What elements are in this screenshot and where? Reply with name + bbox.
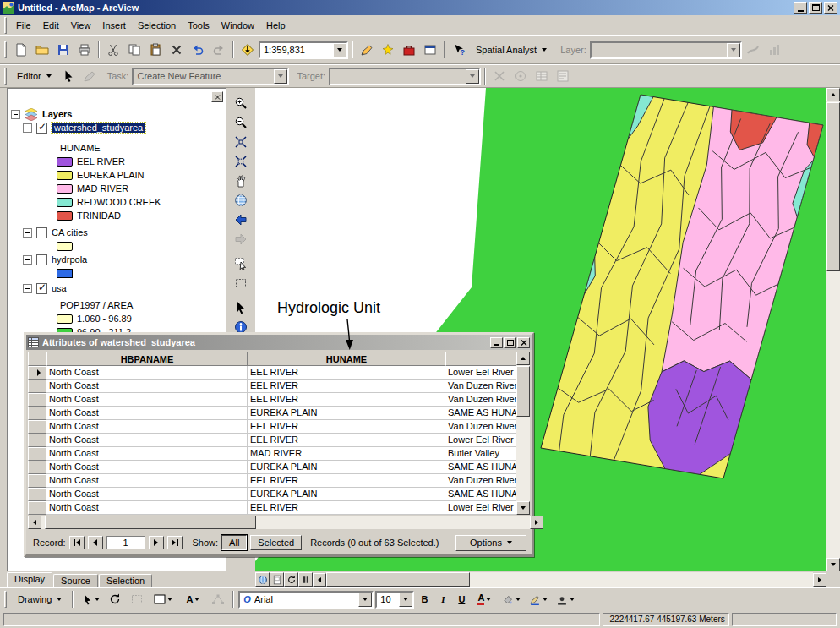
record-number-input[interactable] (106, 536, 145, 549)
layer-name[interactable]: watershed_studyarea (52, 123, 145, 133)
font-combo[interactable]: O Arial (238, 591, 374, 609)
scroll-up-button[interactable] (516, 352, 530, 365)
first-record-button[interactable] (69, 536, 85, 549)
dropdown-button[interactable] (333, 43, 346, 57)
title-bar[interactable]: Untitled - ArcMap - ArcView (0, 0, 840, 15)
save-button[interactable] (53, 40, 74, 60)
toc-close-button[interactable] (211, 91, 223, 102)
pause-drawing-button[interactable] (298, 572, 313, 587)
toc-layer-watershed[interactable]: ✓ watershed_studyarea (8, 121, 226, 134)
table-row[interactable]: North CoastMAD RIVERButler Valley (28, 447, 530, 461)
full-extent-tool[interactable] (231, 190, 252, 210)
row-selector[interactable] (28, 447, 46, 461)
paste-button[interactable] (145, 40, 166, 60)
spatial-analyst-menu[interactable]: Spatial Analyst (470, 41, 553, 59)
italic-button[interactable]: I (434, 591, 451, 608)
minimize-button[interactable] (490, 337, 503, 348)
scroll-left-button[interactable] (28, 516, 41, 529)
table-row[interactable]: North CoastEEL RIVERVan Duzen River (28, 393, 530, 407)
next-record-button[interactable] (149, 536, 164, 549)
dropdown-button[interactable] (358, 593, 372, 607)
scrollbar-thumb[interactable] (326, 572, 470, 587)
open-button[interactable] (32, 40, 52, 60)
row-selector[interactable] (28, 420, 46, 434)
tab-selection[interactable]: Selection (99, 574, 152, 587)
layer-name[interactable]: CA cities (52, 227, 88, 238)
copy-button[interactable] (124, 40, 145, 60)
table-row[interactable]: North CoastEEL RIVERLower Eel River (28, 501, 530, 515)
dropdown-button[interactable] (399, 593, 412, 607)
undo-button[interactable] (188, 40, 208, 60)
redo-button[interactable] (209, 40, 229, 60)
maximize-button[interactable] (504, 337, 516, 348)
close-button[interactable] (824, 2, 837, 14)
edit-arrow-tool[interactable] (58, 66, 79, 86)
toc-layer-hydrpola[interactable]: ✓ hydrpola (8, 253, 226, 266)
toolbar-grip[interactable] (4, 591, 7, 608)
maximize-button[interactable] (809, 2, 822, 14)
scroll-left-button[interactable] (313, 573, 326, 587)
scale-combo[interactable]: 1:359,831 (259, 41, 348, 59)
table-row[interactable]: North CoastEEL RIVERVan Duzen River (28, 380, 530, 393)
menu-file[interactable]: File (10, 18, 37, 33)
command-line-button[interactable] (420, 40, 440, 60)
drawing-menu[interactable]: Drawing (12, 590, 68, 609)
table-horizontal-scrollbar[interactable] (28, 516, 543, 529)
toc-layer-ca-cities[interactable]: ✓ CA cities (8, 226, 226, 239)
map-horizontal-scrollbar[interactable] (255, 571, 840, 587)
line-color-button[interactable] (526, 589, 551, 609)
collapse-icon[interactable] (23, 284, 32, 293)
select-elements-tool[interactable] (231, 298, 252, 317)
table-row[interactable]: North CoastEEL RIVERLower Eel River (28, 366, 530, 380)
fixed-zoom-in-tool[interactable] (231, 132, 252, 151)
table-vertical-scrollbar[interactable] (516, 352, 530, 515)
add-data-button[interactable] (237, 40, 258, 60)
menu-edit[interactable]: Edit (37, 18, 65, 33)
scroll-right-button[interactable] (530, 516, 543, 529)
scroll-down-button[interactable] (516, 501, 530, 515)
row-selector[interactable] (28, 380, 46, 393)
bold-button[interactable]: B (416, 591, 433, 608)
tab-display[interactable]: Display (7, 572, 52, 587)
header-hbpaname[interactable]: HBPANAME (46, 352, 248, 366)
header-selector[interactable] (28, 352, 46, 366)
shape-tool[interactable] (149, 589, 177, 609)
minimize-button[interactable] (794, 2, 807, 14)
layer-name[interactable]: usa (52, 283, 67, 293)
toc-layer-usa[interactable]: ✓ usa (8, 281, 226, 295)
row-selector[interactable] (28, 393, 46, 407)
font-size-combo[interactable]: 10 (375, 591, 414, 609)
select-by-rectangle-tool[interactable] (231, 273, 252, 292)
select-features-tool[interactable] (231, 254, 252, 273)
toolbar-grip[interactable] (4, 41, 7, 58)
row-selector[interactable] (28, 461, 46, 474)
attribute-window-titlebar[interactable]: Attributes of watershed_studyarea (26, 335, 532, 350)
collapse-icon[interactable] (23, 255, 32, 265)
menu-tools[interactable]: Tools (182, 18, 215, 33)
pan-tool[interactable] (231, 171, 252, 190)
row-selector[interactable] (28, 488, 46, 501)
scroll-right-button[interactable] (813, 573, 826, 587)
attribute-grid[interactable]: HBPANAME HUNAME North CoastEEL RIVERLowe… (28, 352, 530, 515)
rotate-tool[interactable] (105, 589, 125, 609)
row-selector[interactable] (28, 366, 46, 380)
table-row[interactable]: North CoastEUREKA PLAINSAME AS HUNA (28, 461, 530, 474)
menu-selection[interactable]: Selection (132, 18, 182, 33)
tab-source[interactable]: Source (53, 574, 98, 587)
menu-window[interactable]: Window (215, 18, 260, 33)
fill-color-button[interactable] (499, 589, 524, 609)
map-vertical-scrollbar[interactable] (826, 88, 840, 571)
toc-root-label[interactable]: Layers (42, 109, 72, 119)
layer-checkbox[interactable]: ✓ (36, 283, 47, 294)
table-row[interactable]: North CoastEEL RIVERVan Duzen River (28, 420, 530, 434)
show-all-button[interactable]: All (221, 535, 247, 550)
layout-view-button[interactable] (270, 572, 284, 587)
table-row[interactable]: North CoastEUREKA PLAINSAME AS HUNA (28, 488, 530, 501)
collapse-icon[interactable] (23, 123, 32, 133)
underline-button[interactable]: U (453, 591, 470, 608)
options-button[interactable]: Options (455, 535, 526, 551)
scroll-down-button[interactable] (826, 558, 840, 571)
scrollbar-thumb[interactable] (826, 102, 840, 271)
fixed-zoom-out-tool[interactable] (231, 151, 252, 171)
font-color-button[interactable]: A (472, 589, 497, 609)
